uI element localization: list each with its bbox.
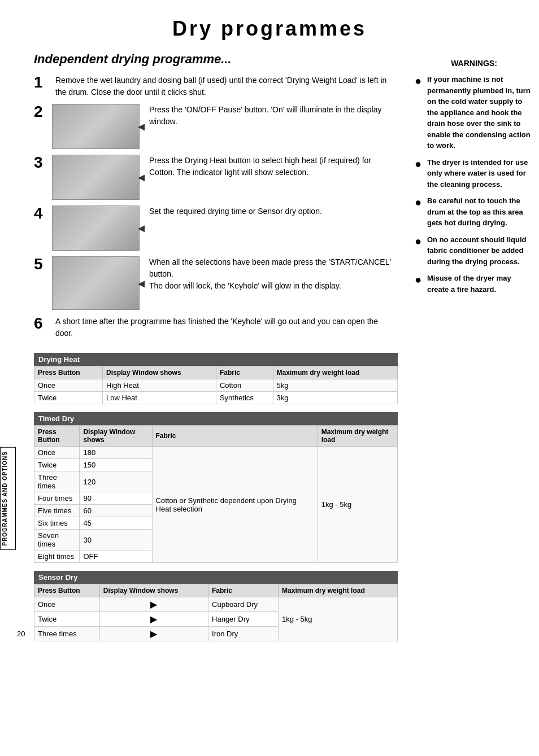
step-3: 3 ◄ Press the Drying Heat button to sele…: [34, 155, 398, 200]
td-col1: Press Button: [34, 426, 80, 447]
warning-item: ●On no account should liquid fabric cond…: [415, 234, 533, 268]
step-4-number: 4: [34, 206, 52, 221]
warning-text: Be careful not to touch the drum at the …: [427, 195, 533, 229]
step-2-image-col: ◄: [52, 104, 142, 149]
warning-bullet: ●: [415, 157, 425, 171]
page-title: Dry programmes: [0, 17, 539, 41]
step-2-arrow: ◄: [136, 120, 147, 133]
dh-col3: Fabric: [216, 366, 273, 379]
warning-item: ●Misuse of the dryer may create a fire h…: [415, 273, 533, 295]
dh-col2: Display Window shows: [103, 366, 216, 379]
warning-bullet: ●: [415, 234, 425, 248]
td-col3: Fabric: [152, 426, 318, 447]
step-4-image-col: ◄: [52, 206, 142, 251]
sidebar-label: PROGRAMMES AND OPTIONS: [0, 447, 16, 550]
step-5-image: ◄: [52, 256, 140, 310]
step-3-image-col: ◄: [52, 155, 142, 200]
timed-dry-data: Press Button Display Window shows Fabric…: [34, 425, 398, 563]
step-5-arrow: ◄: [136, 277, 147, 290]
warning-item: ●Be careful not to touch the drum at the…: [415, 195, 533, 229]
step-1-text: Remove the wet laundry and dosing ball (…: [55, 75, 398, 98]
sd-col2: Display Window shows: [99, 584, 208, 597]
warning-item: ●If your machine is not permanently plum…: [415, 74, 533, 151]
sd-col3: Fabric: [208, 584, 279, 597]
step-6-text: A short time after the programme has fin…: [55, 316, 398, 339]
dh-col1: Press Button: [34, 366, 103, 379]
step-6-number: 6: [34, 316, 52, 331]
step-4: 4 ◄ Set the required drying time or Sens…: [34, 206, 398, 251]
warning-bullet: ●: [415, 273, 425, 286]
step-2-number: 2: [34, 104, 52, 120]
step-3-arrow: ◄: [136, 171, 147, 184]
step-1-number: 1: [34, 75, 52, 90]
table-row: OnceHigh HeatCotton5kg: [34, 379, 398, 392]
sd-col1: Press Button: [34, 584, 100, 597]
drying-heat-table: Drying Heat Press Button Display Window …: [34, 353, 398, 404]
step-4-arrow: ◄: [136, 222, 147, 235]
warning-text: Misuse of the dryer may create a fire ha…: [427, 273, 533, 295]
step-4-text: Set the required drying time or Sensor d…: [149, 206, 398, 217]
sensor-dry-data: Press Button Display Window shows Fabric…: [34, 584, 398, 641]
warning-text: If your machine is not permanently plumb…: [427, 74, 533, 151]
step-5-number: 5: [34, 256, 52, 272]
step-5: 5 ◄ When all the selections have been ma…: [34, 256, 398, 310]
step-2-text: Press the 'ON/OFF Pause' button. 'On' wi…: [149, 104, 398, 128]
step-2-image: ◄: [52, 104, 140, 149]
timed-dry-title: Timed Dry: [34, 412, 398, 425]
warnings-box: WARNINGS: ●If your machine is not perman…: [415, 58, 533, 295]
warning-bullet: ●: [415, 195, 425, 209]
warnings-title: WARNINGS:: [415, 58, 533, 69]
warning-item: ●The dryer is intended for use only wher…: [415, 157, 533, 190]
step-5-text: When all the selections have been made p…: [149, 256, 398, 292]
step-3-text: Press the Drying Heat button to select h…: [149, 155, 398, 178]
left-section: Independent drying programme... 1 Remove…: [34, 52, 409, 649]
warning-text: The dryer is intended for use only where…: [427, 157, 533, 190]
table-row: Once180Cotton or Synthetic dependent upo…: [34, 447, 398, 459]
sensor-dry-table: Sensor Dry Press Button Display Window s…: [34, 571, 398, 641]
step-3-number: 3: [34, 155, 52, 171]
step-3-image: ◄: [52, 155, 140, 200]
timed-dry-table: Timed Dry Press Button Display Window sh…: [34, 412, 398, 563]
warnings-list: ●If your machine is not permanently plum…: [415, 74, 533, 295]
page-number: 20: [17, 630, 25, 638]
drying-heat-title: Drying Heat: [34, 353, 398, 366]
td-col4: Maximum dry weight load: [318, 426, 397, 447]
warning-text: On no account should liquid fabric condi…: [427, 234, 533, 268]
section-title: Independent drying programme...: [34, 52, 398, 67]
drying-heat-data: Press Button Display Window shows Fabric…: [34, 366, 398, 404]
warning-bullet: ●: [415, 74, 425, 88]
step-1: 1 Remove the wet laundry and dosing ball…: [34, 75, 398, 98]
sensor-dry-title: Sensor Dry: [34, 571, 398, 584]
table-row: TwiceLow HeatSynthetics3kg: [34, 392, 398, 404]
td-col2: Display Window shows: [80, 426, 152, 447]
step-5-image-col: ◄: [52, 256, 142, 310]
sd-col4: Maximum dry weight load: [279, 584, 398, 597]
table-row: Once▶Cupboard Dry1kg - 5kg: [34, 597, 398, 612]
step-2: 2 ◄ Press the 'ON/OFF Pause' button. 'On…: [34, 104, 398, 149]
step-6: 6 A short time after the programme has f…: [34, 316, 398, 347]
step-4-image: ◄: [52, 206, 140, 251]
warnings-section: WARNINGS: ●If your machine is not perman…: [409, 52, 533, 649]
dh-col4: Maximum dry weight load: [273, 366, 397, 379]
